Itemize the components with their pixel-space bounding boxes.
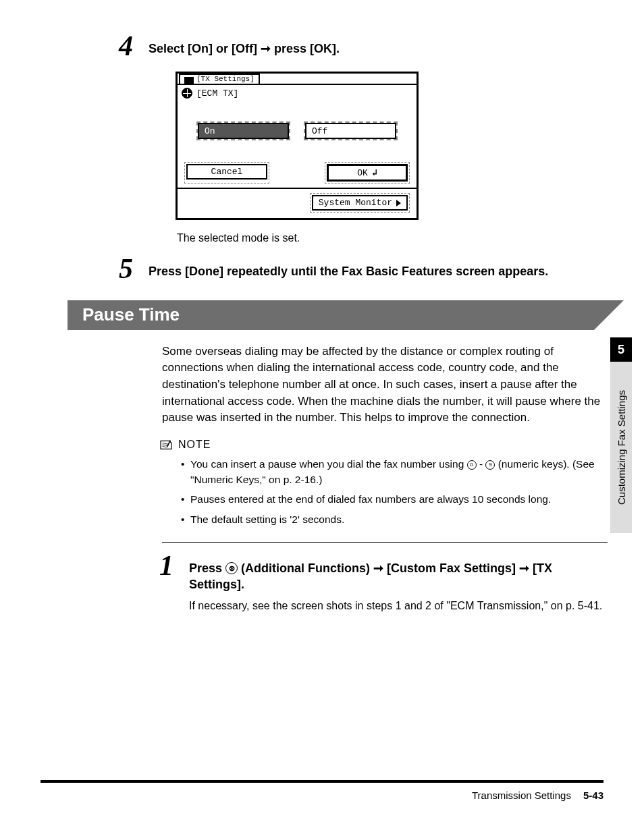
- nb1-dash: -: [477, 458, 486, 470]
- device-tab-row: [TX Settings]: [178, 74, 417, 85]
- cancel-wrap: Cancel: [184, 162, 269, 184]
- chapter-title-tab: Customizing Fax Settings: [610, 362, 632, 533]
- note-bullets: You can insert a pause when you dial the…: [181, 456, 608, 527]
- note-bullet-2: Pauses entered at the end of dialed fax …: [181, 491, 608, 507]
- ok-label: OK: [357, 168, 368, 178]
- note-icon: [159, 439, 173, 450]
- option-off-label: Off: [312, 126, 327, 136]
- globe-icon: [182, 88, 192, 99]
- section-title: Pause Time: [82, 304, 180, 325]
- step-4-text-b: press [OK].: [271, 42, 340, 55]
- s1-b: (Additional Functions): [238, 561, 373, 575]
- s1-c: [Custom Fax Settings]: [383, 561, 519, 575]
- separator-rule: [162, 542, 608, 543]
- option-on-label: On: [205, 126, 215, 136]
- chapter-title-text: Customizing Fax Settings: [616, 390, 627, 505]
- chapter-number-tab: 5: [610, 337, 632, 362]
- device-options: On Off: [178, 101, 417, 158]
- device-title-row: [ECM TX]: [178, 85, 417, 101]
- note-bullet-3: The default setting is '2' seconds.: [181, 512, 608, 527]
- device-screen: [TX Settings] [ECM TX] On Off: [176, 72, 419, 220]
- intro-paragraph: Some overseas dialing may be affected by…: [162, 343, 608, 426]
- side-tab: 5 Customizing Fax Settings: [610, 337, 632, 533]
- page-footer: Transmission Settings 5-43: [41, 780, 603, 801]
- step-4-heading: Select [On] or [Off] ➞ press [OK].: [149, 40, 608, 57]
- section-heading: Pause Time: [68, 300, 594, 330]
- sysmon-wrap: System Monitor: [310, 193, 410, 213]
- option-on[interactable]: On: [196, 121, 290, 140]
- note-block: NOTE You can insert a pause when you dia…: [162, 439, 608, 527]
- step-4: 4 Select [On] or [Off] ➞ press [OK]. [TX…: [149, 40, 608, 244]
- step-5: 5 Press [Done] repeatedly until the Fax …: [149, 263, 608, 279]
- device-back-tab[interactable]: [TX Settings]: [179, 74, 260, 84]
- triangle-right-icon: [396, 200, 401, 206]
- additional-functions-icon: ⊛: [225, 562, 238, 574]
- system-monitor-button[interactable]: System Monitor: [312, 195, 408, 211]
- footer-section: Transmission Settings: [472, 790, 571, 801]
- cancel-label: Cancel: [211, 167, 243, 177]
- s1-a: Press: [189, 561, 225, 575]
- device-title: [ECM TX]: [196, 88, 238, 99]
- device-back-tab-label: [TX Settings]: [196, 75, 254, 84]
- fax-icon: [184, 77, 194, 84]
- page: 5 Customizing Fax Settings 4 Select [On]…: [0, 0, 644, 828]
- section-wrap: Pause Time: [108, 300, 603, 330]
- ok-button[interactable]: OK ↲: [327, 164, 408, 182]
- step-4-caption: The selected mode is set.: [177, 232, 608, 244]
- device-footer: System Monitor: [178, 188, 417, 218]
- cancel-button[interactable]: Cancel: [186, 164, 267, 180]
- enter-icon: ↲: [372, 167, 377, 178]
- note-label-text: NOTE: [178, 439, 211, 451]
- numkey-nine-icon: 9: [485, 460, 495, 470]
- section-body: Some overseas dialing may be affected by…: [162, 343, 608, 614]
- note-label: NOTE: [159, 439, 608, 451]
- system-monitor-label: System Monitor: [319, 198, 392, 208]
- step-1-heading: Press ⊛ (Additional Functions) ➞ [Custom…: [189, 560, 608, 593]
- arrow-icon: ➞: [519, 561, 529, 575]
- arrow-icon: ➞: [261, 42, 271, 55]
- step-number: 5: [119, 252, 133, 285]
- step-number: 1: [159, 549, 173, 582]
- footer-page-number: 5-43: [583, 790, 603, 801]
- ok-wrap: OK ↲: [325, 162, 410, 184]
- device-action-row: Cancel OK ↲: [178, 158, 417, 188]
- arrow-icon: ➞: [373, 561, 383, 575]
- nb1-a: You can insert a pause when you dial the…: [190, 458, 467, 470]
- step-1: 1 Press ⊛ (Additional Functions) ➞ [Cust…: [189, 560, 608, 614]
- step-number: 4: [119, 30, 133, 62]
- numkey-zero-icon: 0: [467, 460, 477, 470]
- step-4-text-a: Select [On] or [Off]: [149, 42, 261, 55]
- note-bullet-1: You can insert a pause when you dial the…: [181, 456, 608, 488]
- step-1-subtext: If necessary, see the screen shots in st…: [189, 598, 608, 613]
- footer-row: Transmission Settings 5-43: [41, 790, 603, 801]
- footer-rule: [41, 780, 603, 783]
- step-5-heading: Press [Done] repeatedly until the Fax Ba…: [149, 263, 608, 279]
- option-off[interactable]: Off: [304, 121, 398, 140]
- content-column: 4 Select [On] or [Off] ➞ press [OK]. [TX…: [149, 40, 608, 280]
